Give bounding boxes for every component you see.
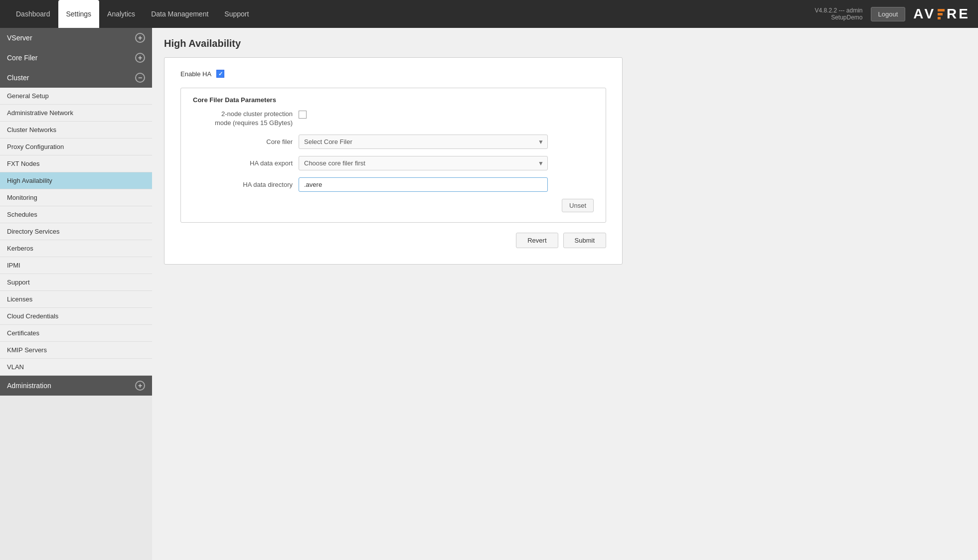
ha-export-row: HA data export Choose core filer first ▼ bbox=[193, 156, 594, 170]
sidebar-item-administrative-network[interactable]: Administrative Network bbox=[0, 105, 152, 122]
sidebar-item-cloud-credentials[interactable]: Cloud Credentials bbox=[0, 308, 152, 325]
sidebar-item-ipmi[interactable]: IPMI bbox=[0, 257, 152, 274]
nav-tab-data-management[interactable]: Data Management bbox=[143, 0, 216, 28]
sidebar-section-label: Core Filer bbox=[7, 54, 37, 62]
sidebar-item-monitoring[interactable]: Monitoring bbox=[0, 189, 152, 206]
version-info: V4.8.2.2 --- admin SetupDemo bbox=[815, 7, 862, 21]
logo-bars-icon bbox=[938, 9, 945, 19]
sidebar-item-certificates[interactable]: Certificates bbox=[0, 325, 152, 342]
core-filer-label: Core filer bbox=[193, 138, 293, 146]
sidebar-section-cluster[interactable]: Cluster− bbox=[0, 68, 152, 88]
core-filer-control: Select Core Filer ▼ bbox=[299, 135, 548, 149]
ha-directory-label: HA data directory bbox=[193, 180, 293, 189]
action-row: Revert Submit bbox=[180, 233, 606, 248]
sidebar-item-support[interactable]: Support bbox=[0, 274, 152, 291]
sidebar-item-cluster-networks[interactable]: Cluster Networks bbox=[0, 122, 152, 139]
sidebar-item-kerberos[interactable]: Kerberos bbox=[0, 240, 152, 257]
sidebar-section-vserver[interactable]: VServer+ bbox=[0, 28, 152, 48]
enable-ha-label: Enable HA bbox=[180, 70, 211, 78]
unset-button[interactable]: Unset bbox=[562, 199, 594, 212]
sidebar-section-icon: + bbox=[135, 381, 145, 391]
nav-tab-settings[interactable]: Settings bbox=[58, 0, 100, 28]
ha-directory-input[interactable] bbox=[299, 177, 548, 192]
nav-tab-support[interactable]: Support bbox=[216, 0, 257, 28]
sidebar-section-label: VServer bbox=[7, 34, 32, 42]
top-nav: DashboardSettingsAnalyticsData Managemen… bbox=[8, 0, 257, 28]
content-area: High Availability Enable HA Core Filer D… bbox=[152, 28, 978, 560]
topbar: DashboardSettingsAnalyticsData Managemen… bbox=[0, 0, 978, 28]
submit-button[interactable]: Submit bbox=[563, 233, 606, 248]
sidebar-section-label: Administration bbox=[7, 382, 51, 390]
revert-button[interactable]: Revert bbox=[516, 233, 558, 248]
nav-tab-analytics[interactable]: Analytics bbox=[99, 0, 143, 28]
ha-card: Enable HA Core Filer Data Parameters 2-n… bbox=[164, 57, 623, 265]
sidebar-section-icon: + bbox=[135, 53, 145, 63]
logo-left: AV bbox=[913, 6, 936, 22]
sidebar-item-vlan[interactable]: VLAN bbox=[0, 359, 152, 376]
logo-bar-1 bbox=[938, 9, 945, 11]
sidebar-item-kmip-servers[interactable]: KMIP Servers bbox=[0, 342, 152, 359]
sidebar: VServer+Core Filer+Cluster−General Setup… bbox=[0, 28, 152, 560]
sidebar-section-core-filer[interactable]: Core Filer+ bbox=[0, 48, 152, 68]
main-layout: VServer+Core Filer+Cluster−General Setup… bbox=[0, 28, 978, 560]
node-protection-row: 2-node cluster protectionmode (requires … bbox=[193, 110, 594, 128]
core-filer-params-fieldset: Core Filer Data Parameters 2-node cluste… bbox=[180, 88, 606, 223]
core-filer-row: Core filer Select Core Filer ▼ bbox=[193, 135, 594, 149]
sidebar-section-icon: + bbox=[135, 33, 145, 43]
logo-bar-2 bbox=[938, 13, 943, 15]
nav-tab-dashboard[interactable]: Dashboard bbox=[8, 0, 58, 28]
ha-directory-control bbox=[299, 177, 548, 192]
logo-right: RE bbox=[947, 6, 970, 22]
ha-export-select[interactable]: Choose core filer first bbox=[299, 156, 548, 170]
unset-row: Unset bbox=[193, 199, 594, 212]
topbar-right: V4.8.2.2 --- admin SetupDemo Logout AV R… bbox=[815, 6, 970, 22]
logo-bar-3 bbox=[938, 17, 941, 19]
enable-ha-checkbox[interactable] bbox=[216, 70, 224, 78]
sidebar-item-proxy-configuration[interactable]: Proxy Configuration bbox=[0, 139, 152, 155]
sidebar-item-schedules[interactable]: Schedules bbox=[0, 206, 152, 223]
avere-logo: AV RE bbox=[913, 6, 970, 22]
version-text: V4.8.2.2 --- admin bbox=[815, 7, 862, 14]
node-protection-checkbox[interactable] bbox=[299, 111, 307, 119]
cluster-name: SetupDemo bbox=[815, 14, 862, 21]
sidebar-item-directory-services[interactable]: Directory Services bbox=[0, 223, 152, 240]
node-protection-label: 2-node cluster protectionmode (requires … bbox=[193, 110, 293, 128]
sidebar-section-administration[interactable]: Administration+ bbox=[0, 376, 152, 396]
core-filer-select-wrap: Select Core Filer ▼ bbox=[299, 135, 548, 149]
ha-directory-row: HA data directory bbox=[193, 177, 594, 192]
logout-button[interactable]: Logout bbox=[871, 7, 906, 21]
sidebar-section-label: Cluster bbox=[7, 74, 29, 82]
sidebar-section-icon: − bbox=[135, 73, 145, 83]
ha-export-control: Choose core filer first ▼ bbox=[299, 156, 548, 170]
ha-export-select-wrap: Choose core filer first ▼ bbox=[299, 156, 548, 170]
page-title: High Availability bbox=[164, 38, 966, 49]
fieldset-legend: Core Filer Data Parameters bbox=[190, 96, 594, 104]
ha-export-label: HA data export bbox=[193, 159, 293, 168]
sidebar-item-licenses[interactable]: Licenses bbox=[0, 291, 152, 308]
core-filer-select[interactable]: Select Core Filer bbox=[299, 135, 548, 149]
sidebar-item-high-availability[interactable]: High Availability bbox=[0, 172, 152, 189]
sidebar-item-fxt-nodes[interactable]: FXT Nodes bbox=[0, 155, 152, 172]
sidebar-item-general-setup[interactable]: General Setup bbox=[0, 88, 152, 105]
enable-ha-row: Enable HA bbox=[180, 70, 606, 78]
